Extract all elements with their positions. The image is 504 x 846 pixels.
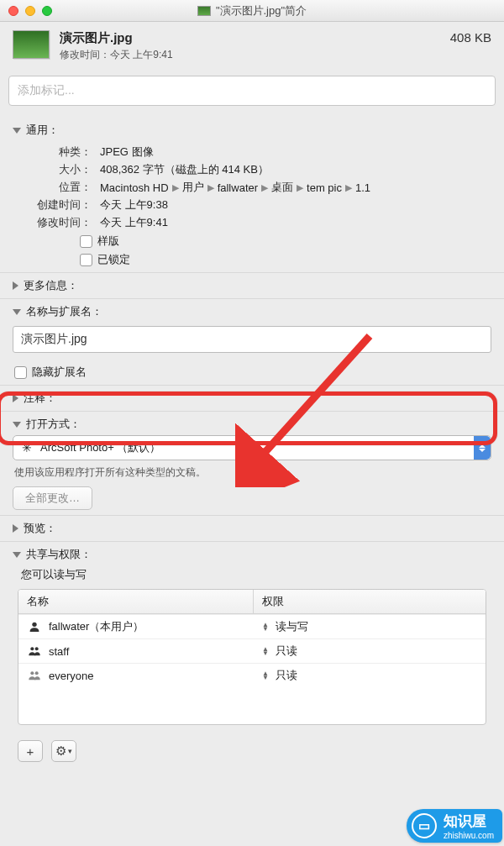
modified-value2: 今天 上午9:41 (100, 215, 491, 230)
watermark-url: zhishiwu.com (444, 831, 494, 840)
zoom-button[interactable] (42, 6, 52, 16)
stepper-icon[interactable]: ▲▼ (262, 671, 269, 680)
file-size: 408 KB (450, 30, 491, 45)
section-openwith-toggle[interactable]: 打开方式： (13, 417, 491, 432)
stationery-checkbox[interactable] (80, 235, 92, 248)
watermark-icon: ▭ (412, 813, 437, 838)
created-value: 今天 上午9:38 (100, 197, 491, 213)
kind-label: 种类： (33, 145, 92, 160)
table-row[interactable]: fallwater（本用户） ▲▼读与写 (18, 614, 486, 638)
hide-extension-label: 隐藏扩展名 (32, 365, 87, 380)
table-row[interactable]: everyone ▲▼只读 (18, 663, 486, 687)
minimize-button[interactable] (25, 6, 35, 16)
section-general-toggle[interactable]: 通用： (13, 123, 491, 138)
svg-point-4 (35, 671, 39, 675)
chevron-down-icon (13, 309, 21, 315)
svg-point-2 (35, 647, 39, 650)
group-icon (27, 669, 42, 682)
watermark-brand: 知识屋 (444, 813, 486, 829)
tags-input[interactable]: 添加标记... (8, 76, 496, 106)
select-arrow-icon (474, 436, 491, 460)
where-label: 位置： (33, 180, 92, 195)
section-general-title: 通用： (26, 123, 59, 138)
section-moreinfo-toggle[interactable]: 更多信息： (13, 278, 491, 293)
user-icon (27, 620, 42, 633)
created-label: 创建时间： (33, 197, 92, 213)
chevron-down-icon (13, 128, 21, 134)
hide-extension-checkbox[interactable] (14, 366, 27, 379)
close-button[interactable] (8, 6, 18, 16)
chevron-down-icon (13, 422, 21, 428)
chevron-right-icon (13, 524, 18, 533)
modified-value: 今天 上午9:41 (110, 49, 173, 60)
section-openwith-title: 打开方式： (26, 417, 81, 432)
action-menu-button[interactable]: ⚙▾ (51, 740, 76, 762)
size-label: 大小： (33, 162, 92, 177)
group-icon (27, 644, 42, 658)
svg-point-0 (32, 623, 36, 627)
watermark-badge: ▭ 知识屋 zhishiwu.com (407, 809, 502, 843)
chevron-down-icon (13, 552, 21, 558)
svg-point-1 (30, 647, 34, 650)
window-title: "演示图片.jpg"简介 (216, 3, 307, 18)
chevron-down-icon: ▾ (68, 747, 72, 755)
locked-label: 已锁定 (97, 252, 130, 267)
section-comments-title: 注释： (24, 391, 56, 406)
add-permission-button[interactable]: + (18, 740, 43, 762)
section-nameext-title: 名称与扩展名： (26, 304, 102, 319)
titlebar-thumb-icon (197, 6, 211, 16)
stepper-icon[interactable]: ▲▼ (262, 647, 269, 655)
openwith-help: 使用该应用程序打开所有这种类型的文稿。 (14, 465, 491, 480)
filename-input[interactable] (13, 326, 491, 353)
modified-label: 修改时间： (60, 49, 110, 60)
where-value: Macintosh HD▶ 用户▶ fallwater▶ 桌面▶ tem pic… (100, 180, 491, 195)
modified-label2: 修改时间： (33, 215, 92, 230)
chevron-right-icon (13, 281, 18, 290)
chevron-right-icon (13, 394, 18, 402)
kind-value: JPEG 图像 (100, 145, 491, 160)
titlebar: "演示图片.jpg"简介 (0, 0, 504, 22)
table-row[interactable]: staff ▲▼只读 (18, 638, 486, 663)
col-priv-header: 权限 (254, 590, 486, 613)
svg-point-3 (30, 671, 34, 675)
col-name-header: 名称 (18, 590, 254, 613)
app-icon: ✳︎ (20, 441, 34, 455)
file-thumbnail (13, 30, 50, 59)
file-header: 演示图片.jpg 修改时间：今天 上午9:41 408 KB (0, 22, 504, 71)
file-name: 演示图片.jpg (60, 30, 450, 46)
section-comments-toggle[interactable]: 注释： (13, 391, 491, 406)
section-preview-title: 预览： (24, 521, 56, 536)
permissions-table: 名称 权限 fallwater（本用户） ▲▼读与写 staff ▲▼只读 ev… (18, 589, 486, 725)
section-sharing-toggle[interactable]: 共享与权限： (13, 547, 491, 562)
gear-icon: ⚙ (55, 744, 66, 759)
openwith-selected: ArcSoft Photo+ （默认） (40, 440, 160, 455)
locked-checkbox[interactable] (80, 254, 92, 266)
size-value: 408,362 字节（磁盘上的 414 KB） (100, 162, 491, 177)
section-moreinfo-title: 更多信息： (24, 278, 78, 293)
stepper-icon[interactable]: ▲▼ (262, 623, 269, 631)
change-all-button[interactable]: 全部更改… (13, 486, 92, 510)
stationery-label: 样版 (97, 234, 119, 249)
openwith-select[interactable]: ✳︎ ArcSoft Photo+ （默认） (13, 435, 491, 460)
section-preview-toggle[interactable]: 预览： (13, 521, 491, 536)
section-sharing-title: 共享与权限： (26, 547, 92, 562)
section-nameext-toggle[interactable]: 名称与扩展名： (13, 304, 491, 319)
you-can-label: 您可以读与写 (21, 567, 491, 582)
